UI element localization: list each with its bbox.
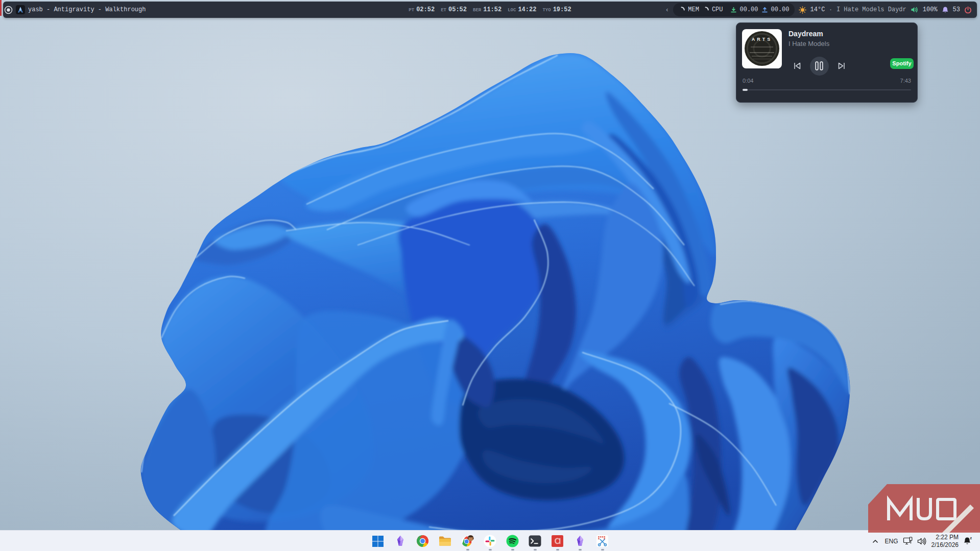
svg-text:z: z: [970, 536, 972, 539]
